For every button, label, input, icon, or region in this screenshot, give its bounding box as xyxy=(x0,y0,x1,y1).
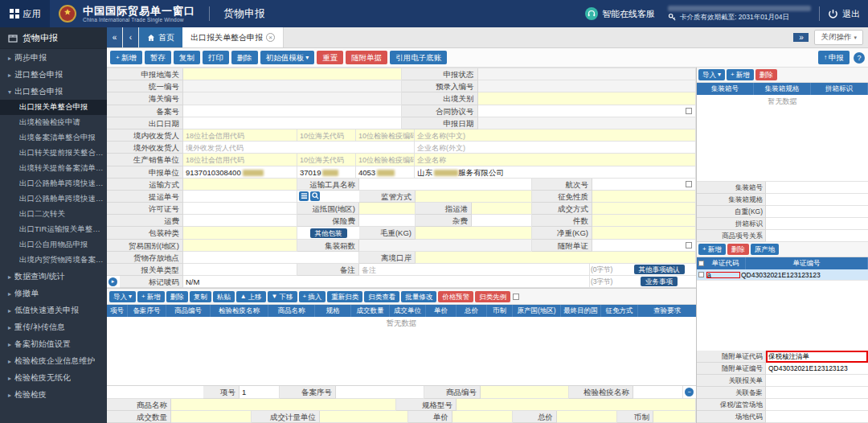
sidebar-item[interactable]: 重传/补传信息 xyxy=(0,318,107,335)
toolbar-button[interactable]: +新增 xyxy=(110,51,142,64)
sidebar-item[interactable]: 出境检验检疫申请 xyxy=(0,115,107,130)
close-operations-dropdown[interactable]: 关闭操作 ▾ xyxy=(814,30,863,45)
goods-toolbar-button[interactable]: 复制 xyxy=(190,291,211,302)
toolbar-button[interactable]: 重置 xyxy=(317,51,343,64)
remarks-input[interactable]: 备注 xyxy=(359,264,590,276)
exemption-nature-input[interactable] xyxy=(592,191,696,203)
goods-column-header[interactable]: 原产国(地区) xyxy=(513,305,561,317)
sidebar-item[interactable]: 出口TIR运输报关单整合申报 xyxy=(0,222,107,237)
export-date-input[interactable] xyxy=(183,117,402,129)
toolbar-button[interactable]: 初始值模板▾ xyxy=(260,51,315,64)
goods-toolbar-button[interactable]: 价格预警 xyxy=(438,291,473,302)
package-type-input[interactable] xyxy=(183,227,297,239)
sidebar-item[interactable]: 出口公路舱单跨境快速通关 xyxy=(0,191,107,207)
container-field-input[interactable] xyxy=(766,230,868,242)
docs-table-row[interactable]: a QD43032021E123123123 xyxy=(697,269,868,281)
goods-column-header[interactable]: 单价 xyxy=(426,305,457,317)
expand-marks-icon[interactable]: ▸ xyxy=(108,277,117,286)
other-matters-confirm-button[interactable]: 其他事项确认 xyxy=(634,265,685,274)
arrival-country-input[interactable] xyxy=(359,203,416,215)
supervision-mode-input[interactable] xyxy=(416,191,532,203)
toolbar-button[interactable]: 暂存 xyxy=(145,51,171,64)
goods-column-header[interactable]: 检验检疫名称 xyxy=(211,305,268,317)
storage-place-input[interactable] xyxy=(183,252,359,264)
sidebar-item[interactable]: 数据查询/统计 xyxy=(0,268,107,285)
goods-column-header[interactable]: 商品名称 xyxy=(268,305,315,317)
goods-toolbar-button[interactable]: +新增 xyxy=(137,291,165,302)
docs-toolbar-button[interactable]: +新增 xyxy=(698,244,726,255)
goods-column-header[interactable]: 规格 xyxy=(315,305,351,317)
sidebar-item[interactable]: 出口二次转关 xyxy=(0,207,107,222)
declare-unit-ciq-code-input[interactable]: 4053 xyxy=(356,166,415,179)
doc-number-cell[interactable]: QD43032021E123123123 xyxy=(741,271,868,279)
record-seq-input[interactable] xyxy=(336,386,424,398)
container-field-input[interactable] xyxy=(766,194,868,206)
declare-button[interactable]: ↑申报 xyxy=(818,51,850,64)
goods-toolbar-button[interactable]: 删除 xyxy=(166,291,188,302)
insurance-input[interactable] xyxy=(359,215,416,227)
logout-button[interactable]: 退出 xyxy=(828,8,860,20)
toolbar-button[interactable]: 打印 xyxy=(203,51,229,64)
net-weight-input[interactable] xyxy=(592,227,696,239)
goods-column-header[interactable]: 成交数量 xyxy=(351,305,390,317)
goods-column-header[interactable]: 成交单位 xyxy=(390,305,426,317)
collapse-detail-icon[interactable]: − xyxy=(685,388,694,396)
docs-toolbar-button[interactable]: 删除 xyxy=(727,244,749,255)
container-field-input[interactable] xyxy=(766,206,868,218)
doc-row-checkbox[interactable] xyxy=(698,272,704,277)
ciq-name-input[interactable] xyxy=(633,386,683,398)
help-icon[interactable]: ? xyxy=(854,52,865,64)
sidebar-item[interactable]: 出口公自用物品申报 xyxy=(0,237,107,253)
marks-input[interactable]: N/M xyxy=(183,276,590,288)
overseas-consignee-code-input[interactable]: 境外收发货人代码 xyxy=(183,142,415,154)
tab-scroll-right-button[interactable]: » xyxy=(793,33,809,42)
goods-column-header[interactable]: 商品编号 xyxy=(166,305,211,317)
container-field-input[interactable] xyxy=(766,218,868,230)
sidebar-item[interactable]: 检验检疫 xyxy=(0,386,107,403)
docs-toolbar-button[interactable]: 原产地 xyxy=(751,244,780,255)
declare-customs-input[interactable] xyxy=(183,68,402,80)
goods-name-input[interactable] xyxy=(171,399,396,411)
toolbar-button[interactable]: 随附单据 xyxy=(346,51,387,64)
toolbar-button[interactable]: 删除 xyxy=(231,51,258,64)
trade-country-input[interactable] xyxy=(183,240,297,252)
sidebar-item[interactable]: 检验检疫无纸化 xyxy=(0,369,107,386)
goods-column-header[interactable]: 征免方式 xyxy=(601,305,638,317)
transport-mode-input[interactable] xyxy=(183,179,297,191)
docs-field-input[interactable]: 保税核注清单 xyxy=(766,351,868,363)
tab-scroll-first-button[interactable]: « xyxy=(107,27,123,47)
sidebar-item[interactable]: 出口整合申报 xyxy=(0,83,107,100)
qty-input[interactable] xyxy=(171,411,252,423)
contract-no-checkbox[interactable] xyxy=(686,108,692,114)
currency-input[interactable] xyxy=(653,411,696,423)
exit-customs-input[interactable] xyxy=(478,92,697,105)
domestic-consignor-customs-code-input[interactable]: 10位海关代码 xyxy=(297,129,356,142)
declaration-type-input[interactable] xyxy=(183,264,297,276)
spec-model-input[interactable] xyxy=(457,399,696,411)
docs-field-input[interactable] xyxy=(766,411,868,423)
unit-input[interactable] xyxy=(320,411,408,423)
toolbar-button[interactable]: 复制 xyxy=(174,51,200,64)
goods-toolbar-button[interactable]: 导入▾ xyxy=(109,291,136,302)
docs-select-all-checkbox[interactable] xyxy=(698,261,704,266)
misc-fees-input[interactable] xyxy=(472,215,532,227)
search-icon[interactable] xyxy=(310,191,320,201)
sidebar-item[interactable]: 进口整合申报 xyxy=(0,66,107,83)
container-toolbar-button[interactable]: 删除 xyxy=(755,69,777,80)
classification-precedent-checkbox[interactable] xyxy=(513,294,519,300)
goods-column-header[interactable]: 项号 xyxy=(107,305,128,317)
goods-toolbar-button[interactable]: 批量修改 xyxy=(401,291,436,302)
goods-toolbar-button[interactable]: 归类先例 xyxy=(475,291,510,302)
sidebar-item[interactable]: 备案初始值设置 xyxy=(0,335,107,352)
record-no-input[interactable] xyxy=(183,105,402,117)
sidebar-item[interactable]: 出口报关单整合申报 xyxy=(0,100,107,115)
tab-close-icon[interactable]: × xyxy=(266,33,275,42)
sidebar-item[interactable]: 出境备案清单整合申报 xyxy=(0,130,107,146)
pieces-input[interactable] xyxy=(592,215,696,227)
business-matters-button[interactable]: 业务事项 xyxy=(641,277,678,286)
goods-column-header[interactable]: 总价 xyxy=(457,305,487,317)
declare-unit-credit-code-input[interactable]: 9137010308400 xyxy=(183,166,297,179)
app-menu-button[interactable]: 应用 xyxy=(0,0,50,27)
docs-field-input[interactable] xyxy=(766,399,868,411)
production-unit-customs-code-input[interactable]: 10位海关代码 xyxy=(297,154,356,166)
